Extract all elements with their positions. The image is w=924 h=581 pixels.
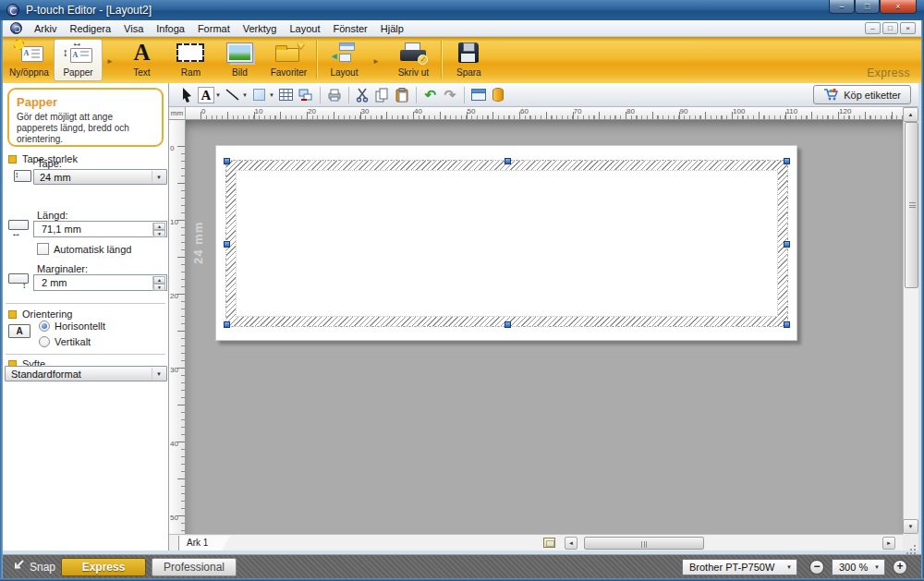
sheet-tab[interactable]: Ark 1 bbox=[178, 536, 230, 551]
length-spin-down[interactable]: ▼ bbox=[153, 230, 165, 237]
add-sheet-icon[interactable] bbox=[543, 538, 555, 548]
radio-horizontal[interactable] bbox=[39, 321, 50, 332]
menu-redigera[interactable]: Redigera bbox=[63, 21, 117, 36]
line-tool-icon[interactable] bbox=[225, 86, 241, 104]
scroll-down-button[interactable]: ▼ bbox=[903, 519, 918, 534]
h-ruler-label: 110 bbox=[786, 107, 798, 115]
text-tool-icon[interactable]: A bbox=[198, 87, 214, 103]
image-button[interactable]: Bild bbox=[215, 39, 264, 81]
professional-mode-button[interactable]: Professional bbox=[152, 558, 237, 576]
label-margin-hatch bbox=[225, 160, 788, 327]
menu-layout[interactable]: Layout bbox=[283, 21, 326, 36]
close-button[interactable]: × bbox=[880, 0, 917, 14]
label-print-area[interactable] bbox=[236, 170, 778, 317]
label-paper[interactable] bbox=[215, 145, 797, 341]
toolbar-group-arrow-2[interactable]: ► bbox=[372, 57, 380, 66]
radio-vertical[interactable] bbox=[39, 336, 50, 347]
layout-icon: ◄ bbox=[328, 41, 359, 65]
sheet-tab-strip: Ark 1 ◄ ► bbox=[169, 534, 918, 551]
shape-tool-dropdown-icon[interactable]: ▼ bbox=[269, 92, 274, 98]
chevron-down-icon[interactable]: ▼ bbox=[783, 561, 796, 574]
print-setup-icon[interactable] bbox=[326, 86, 343, 104]
divider bbox=[6, 354, 165, 355]
menu-visa[interactable]: Visa bbox=[117, 21, 150, 36]
margins-input[interactable]: 2 mm ▲ ▼ bbox=[33, 274, 167, 291]
buy-labels-button[interactable]: Köp etiketter bbox=[813, 85, 911, 104]
snap-mode[interactable]: Snap bbox=[12, 560, 55, 574]
minimize-button[interactable]: – bbox=[829, 0, 855, 14]
print-button[interactable]: ✓ Skriv ut bbox=[389, 39, 438, 81]
handle-top-left[interactable] bbox=[224, 158, 230, 164]
text-icon: A bbox=[126, 41, 157, 65]
tape-select[interactable]: 24 mm ▼ bbox=[33, 169, 167, 185]
section-orientation: Orientering bbox=[8, 309, 72, 320]
panel-title: Papper bbox=[17, 95, 154, 109]
vertical-scrollbar[interactable]: ▲ ▼ bbox=[903, 107, 918, 534]
chevron-down-icon[interactable]: ▼ bbox=[870, 561, 883, 574]
handle-top-right[interactable] bbox=[784, 158, 790, 164]
express-watermark: Express bbox=[867, 67, 910, 79]
text-tool-dropdown-icon[interactable]: ▼ bbox=[215, 92, 221, 98]
frame-button[interactable]: Ram bbox=[166, 39, 215, 81]
paste-icon[interactable] bbox=[394, 86, 410, 104]
new-open-button[interactable]: A Ny/öppna bbox=[5, 39, 54, 81]
text-button[interactable]: A Text bbox=[117, 39, 166, 81]
radio-vertical-label[interactable]: Vertikalt bbox=[55, 336, 91, 347]
save-button[interactable]: Spara bbox=[444, 39, 493, 81]
purpose-select[interactable]: Standardformat ▼ bbox=[5, 366, 167, 381]
line-tool-dropdown-icon[interactable]: ▼ bbox=[242, 92, 248, 98]
handle-middle-left[interactable] bbox=[224, 241, 230, 248]
copy-icon[interactable] bbox=[374, 86, 391, 104]
auto-length-checkbox[interactable] bbox=[37, 243, 49, 255]
handle-bottom-center[interactable] bbox=[505, 321, 511, 328]
menu-arkiv[interactable]: Arkiv bbox=[28, 21, 63, 36]
length-spin-up[interactable]: ▲ bbox=[153, 223, 165, 230]
printer-select[interactable]: Brother PT-P750W ▼ bbox=[682, 559, 797, 575]
horizontal-scrollbar-thumb[interactable] bbox=[584, 537, 704, 550]
cut-icon[interactable] bbox=[355, 86, 371, 104]
toolbar-group-arrow[interactable]: ► bbox=[106, 57, 114, 66]
menu-format[interactable]: Format bbox=[191, 21, 237, 36]
mdi-close-button[interactable]: × bbox=[900, 22, 916, 34]
margins-spin-up[interactable]: ▲ bbox=[153, 276, 165, 284]
chevron-down-icon[interactable]: ▼ bbox=[152, 368, 165, 380]
shape-tool-icon[interactable] bbox=[251, 86, 268, 104]
menu-hjalp[interactable]: Hjälp bbox=[374, 21, 410, 36]
database-icon[interactable] bbox=[490, 86, 506, 104]
title-bar: P-touch Editor - [Layout2] – □ × bbox=[0, 0, 924, 20]
margins-spin-down[interactable]: ▼ bbox=[153, 284, 165, 291]
layout-button[interactable]: ◄ Layout bbox=[320, 39, 369, 81]
undo-icon[interactable]: ↶ bbox=[422, 86, 439, 104]
scroll-right-button[interactable]: ► bbox=[882, 537, 895, 550]
length-input[interactable]: 71,1 mm ▲ ▼ bbox=[33, 221, 167, 237]
handle-bottom-right[interactable] bbox=[784, 321, 790, 328]
arrange-tool-icon[interactable] bbox=[298, 86, 314, 104]
scroll-left-button[interactable]: ◄ bbox=[565, 537, 578, 550]
select-tool-icon[interactable] bbox=[178, 86, 195, 104]
handle-middle-right[interactable] bbox=[784, 241, 790, 248]
vertical-scrollbar-thumb[interactable] bbox=[905, 122, 918, 288]
radio-horizontal-label[interactable]: Horisontellt bbox=[55, 321, 105, 332]
express-mode-button[interactable]: Express bbox=[61, 558, 146, 576]
menu-infoga[interactable]: Infoga bbox=[150, 21, 191, 36]
auto-length-label[interactable]: Automatisk längd bbox=[54, 244, 131, 255]
zoom-in-button[interactable]: + bbox=[893, 560, 907, 575]
maximize-button[interactable]: □ bbox=[855, 0, 880, 14]
margins-label: Marginaler: bbox=[37, 263, 88, 274]
menu-fonster[interactable]: Fönster bbox=[326, 21, 373, 36]
table-tool-icon[interactable] bbox=[278, 86, 295, 104]
zoom-out-button[interactable]: − bbox=[809, 560, 824, 575]
mdi-minimize-button[interactable]: – bbox=[865, 22, 881, 34]
scroll-up-button[interactable]: ▲ bbox=[903, 107, 918, 122]
favorites-button[interactable]: ♥ Favoriter bbox=[264, 39, 313, 81]
menu-verktyg[interactable]: Verktyg bbox=[237, 21, 284, 36]
handle-bottom-left[interactable] bbox=[224, 321, 230, 328]
mdi-restore-button[interactable]: □ bbox=[882, 22, 898, 34]
handle-top-center[interactable] bbox=[505, 158, 511, 164]
redo-icon[interactable]: ↷ bbox=[442, 86, 458, 104]
snap-label: Snap bbox=[30, 561, 55, 574]
zoom-select[interactable]: 300 % ▼ bbox=[832, 559, 885, 575]
paper-button[interactable]: ↔ ↕ A Papper bbox=[54, 39, 103, 81]
chevron-down-icon[interactable]: ▼ bbox=[152, 171, 165, 183]
properties-icon[interactable] bbox=[470, 86, 487, 104]
